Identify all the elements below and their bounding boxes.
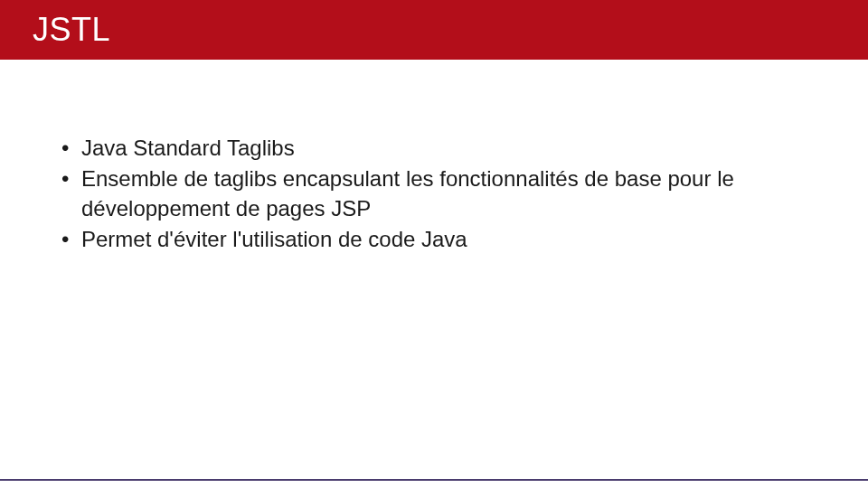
slide-title: JSTL (33, 11, 110, 49)
bullet-item: Java Standard Taglibs (61, 134, 807, 163)
slide-content: Java Standard Taglibs Ensemble de taglib… (0, 60, 868, 255)
bullet-item: Permet d'éviter l'utilisation de code Ja… (61, 225, 807, 254)
bullet-item: Ensemble de taglibs encapsulant les fonc… (61, 164, 807, 223)
slide-header: JSTL (0, 0, 868, 60)
footer-divider (0, 479, 868, 481)
bullet-list: Java Standard Taglibs Ensemble de taglib… (61, 134, 807, 255)
